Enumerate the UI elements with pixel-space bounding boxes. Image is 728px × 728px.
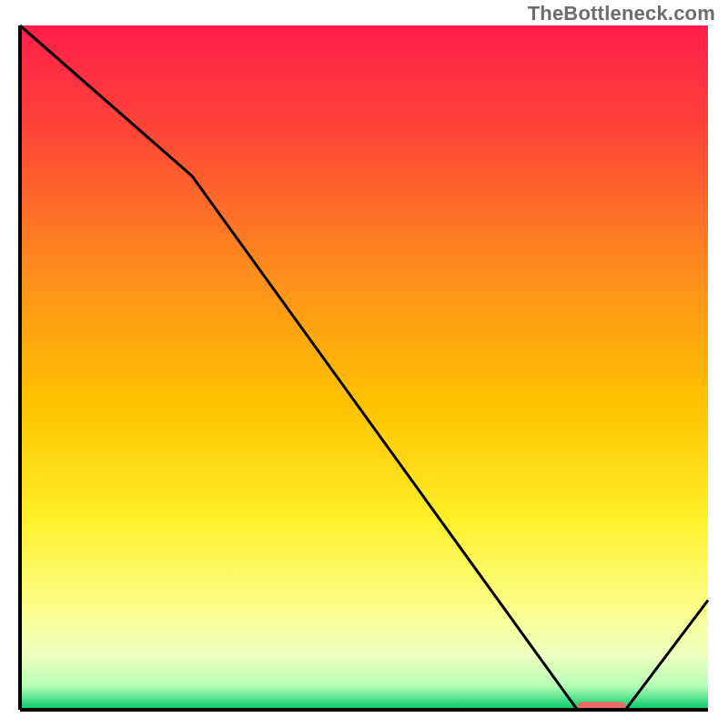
watermark-label: TheBottleneck.com <box>528 2 715 25</box>
chart-background <box>20 25 708 710</box>
chart-container: TheBottleneck.com <box>0 0 728 728</box>
gradient-line-chart <box>0 0 728 728</box>
